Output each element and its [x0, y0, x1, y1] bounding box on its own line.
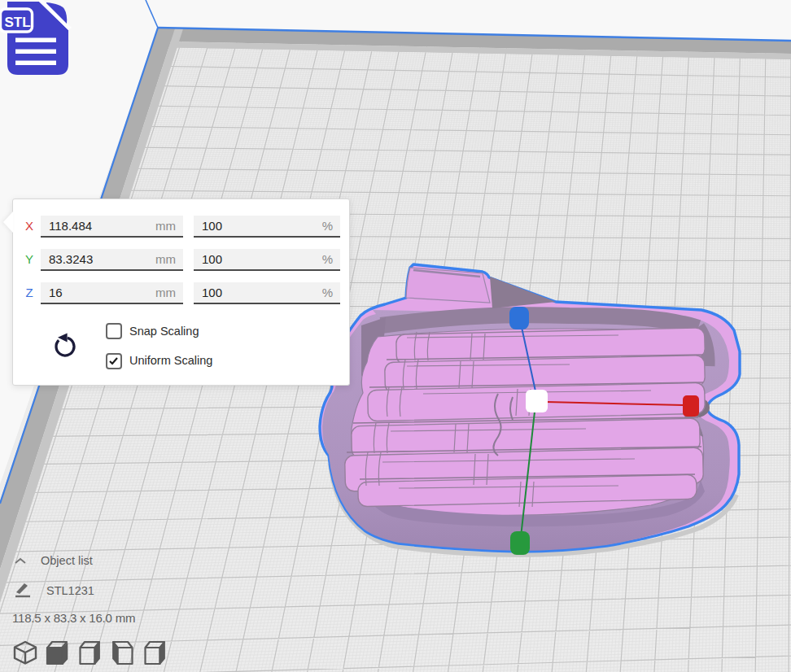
svg-text:STL: STL — [5, 15, 31, 30]
